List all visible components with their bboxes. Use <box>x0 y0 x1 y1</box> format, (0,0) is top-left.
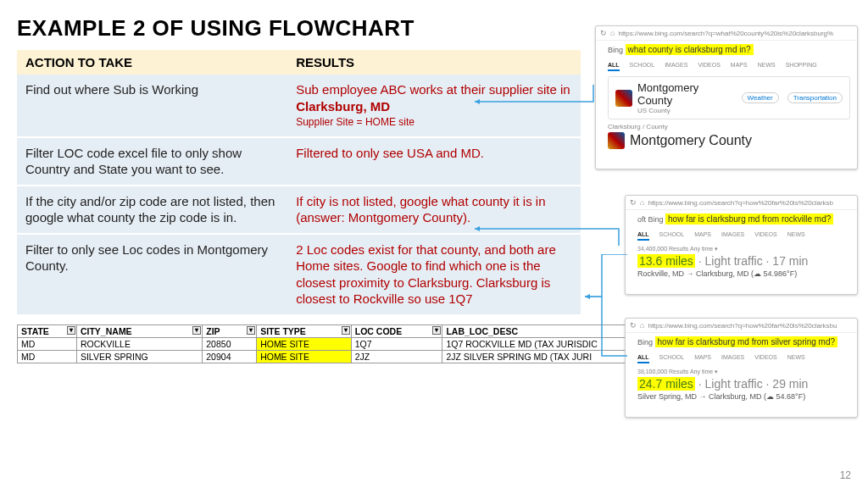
home-icon[interactable]: ⌂ <box>610 29 615 37</box>
flowchart-table: ACTION TO TAKE RESULTS Find out where Su… <box>17 50 581 316</box>
route-text: Silver Spring, MD → Clarksburg, MD (☁ 54… <box>637 392 850 401</box>
url-bar[interactable]: https://www.bing.com/search?q=how%20far%… <box>648 322 837 330</box>
search-tab[interactable]: IMAGES <box>721 231 744 241</box>
page-number: 12 <box>840 469 851 481</box>
reload-icon[interactable]: ↻ <box>630 321 637 330</box>
url-bar[interactable]: https://www.bing.com/search?q=what%20cou… <box>618 30 833 37</box>
browser-distance-1: ↻ ⌂ https://www.bing.com/search?q=how%20… <box>625 195 858 295</box>
col-results: RESULTS <box>287 50 581 75</box>
search-tabs[interactable]: ALLSCHOOLIMAGESVIDEOSMAPSNEWSSHOPPING <box>608 62 850 71</box>
col-action: ACTION TO TAKE <box>17 50 287 75</box>
reload-icon[interactable]: ↻ <box>630 198 637 207</box>
search-tab[interactable]: NEWS <box>787 231 805 241</box>
filter-icon[interactable]: ▾ <box>67 326 75 335</box>
filter-icon[interactable]: ▾ <box>192 326 201 335</box>
distance-value: 24.7 miles <box>637 377 695 391</box>
crest-icon <box>608 132 625 149</box>
reload-icon[interactable]: ↻ <box>600 29 607 37</box>
breadcrumb: Clarksburg / County <box>608 123 850 130</box>
bing-logo: oft Bing <box>637 215 664 224</box>
search-tab[interactable]: SCHOOL <box>659 354 685 363</box>
browser-distance-2: ↻ ⌂ https://www.bing.com/search?q=how%20… <box>625 318 858 418</box>
home-icon[interactable]: ⌂ <box>640 198 644 207</box>
search-tab[interactable]: ALL <box>608 62 620 71</box>
filter-icon[interactable]: ▾ <box>247 326 255 335</box>
search-tab[interactable]: NEWS <box>758 62 776 71</box>
search-tab[interactable]: VIDEOS <box>754 354 776 363</box>
search-tab[interactable]: VIDEOS <box>754 231 776 241</box>
browser-toolbar: ↻ ⌂ https://www.bing.com/search?q=what%2… <box>596 26 857 41</box>
result-cell: Filtered to only see USA and MD. <box>287 137 581 186</box>
search-tab[interactable]: VIDEOS <box>698 62 720 71</box>
search-tab[interactable]: MAPS <box>694 354 711 363</box>
search-tabs[interactable]: ALLSCHOOLMAPSIMAGESVIDEOSNEWS <box>637 354 850 363</box>
excel-col[interactable]: SITE TYPE▾ <box>257 324 352 337</box>
excel-col[interactable]: STATE▾ <box>18 324 77 337</box>
search-tab[interactable]: IMAGES <box>665 62 687 71</box>
weather-chip[interactable]: Weather <box>742 92 779 103</box>
bing-logo: Bing <box>637 338 653 347</box>
search-tab[interactable]: NEWS <box>787 354 805 363</box>
action-cell: If the city and/or zip code are not list… <box>17 186 287 234</box>
result-cell: 2 Loc codes exist for that county, and b… <box>287 234 581 315</box>
search-query: how far is clarksburg md from rockville … <box>665 214 833 225</box>
search-query: how far is clarksburg md from silver spr… <box>655 336 838 347</box>
action-cell: Filter LOC code excel file to only show … <box>17 137 287 186</box>
route-text: Rockville, MD → Clarksburg, MD (☁ 54.986… <box>637 269 850 278</box>
search-tab[interactable]: SCHOOL <box>630 62 655 71</box>
excel-col[interactable]: ZIP▾ <box>203 324 257 337</box>
action-cell: Filter to only see Loc codes in Montgome… <box>17 234 287 315</box>
bing-logo: Bing <box>608 46 623 54</box>
search-tabs[interactable]: ALLSCHOOLMAPSIMAGESVIDEOSNEWS <box>637 231 850 241</box>
search-query: what county is clarksburg md in? <box>626 44 754 55</box>
search-tab[interactable]: SHOPPING <box>786 62 817 71</box>
transport-chip[interactable]: Transportation <box>787 92 843 103</box>
excel-col[interactable]: LOC CODE▾ <box>351 324 442 337</box>
distance-value: 13.6 miles <box>637 254 695 268</box>
result-cell: Sub employee ABC works at their supplier… <box>287 75 581 137</box>
browser-toolbar: ↻ ⌂ https://www.bing.com/search?q=how%20… <box>626 196 857 210</box>
result-cell: If city is not listed, google what count… <box>287 186 581 234</box>
search-tab[interactable]: ALL <box>637 231 649 241</box>
browser-county: ↻ ⌂ https://www.bing.com/search?q=what%2… <box>595 25 858 169</box>
result-card: Montgomery County US County Weather Tran… <box>608 76 850 119</box>
filter-icon[interactable]: ▾ <box>432 326 441 335</box>
url-bar[interactable]: https://www.bing.com/search?q=how%20far%… <box>648 199 833 207</box>
search-tab[interactable]: IMAGES <box>721 354 744 363</box>
search-tab[interactable]: ALL <box>637 354 649 363</box>
home-icon[interactable]: ⌂ <box>640 321 644 330</box>
filter-icon[interactable]: ▾ <box>342 326 350 335</box>
browser-toolbar: ↻ ⌂ https://www.bing.com/search?q=how%20… <box>626 319 857 333</box>
crest-icon <box>615 90 632 107</box>
search-tab[interactable]: SCHOOL <box>659 231 685 241</box>
search-tab[interactable]: MAPS <box>694 231 711 241</box>
search-tab[interactable]: MAPS <box>731 62 748 71</box>
excel-col[interactable]: CITY_NAME▾ <box>76 324 202 337</box>
action-cell: Find out where Sub is Working <box>17 75 287 137</box>
